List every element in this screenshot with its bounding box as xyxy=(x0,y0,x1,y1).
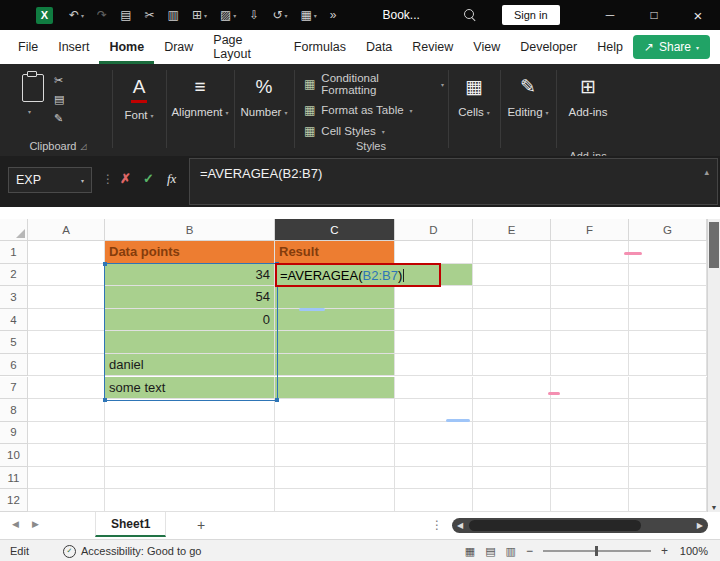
cell-C8[interactable] xyxy=(275,399,395,422)
cell-A1[interactable] xyxy=(28,241,105,264)
cell-G12[interactable] xyxy=(629,489,707,512)
cell-D8[interactable] xyxy=(395,399,473,422)
menu-tab-developer[interactable]: Developer xyxy=(510,30,587,64)
cell-F3[interactable] xyxy=(551,286,629,309)
cut-icon[interactable]: ✂ xyxy=(144,8,154,22)
sheet-nav-left-icon[interactable]: ◀ xyxy=(12,519,19,529)
cell-G4[interactable] xyxy=(629,309,707,332)
cell-E10[interactable] xyxy=(473,444,551,467)
cell-B12[interactable] xyxy=(105,489,275,512)
cell-C11[interactable] xyxy=(275,467,395,490)
menu-tab-draw[interactable]: Draw xyxy=(154,30,203,64)
cell-F2[interactable] xyxy=(551,264,629,287)
row-header-12[interactable]: 12 xyxy=(0,489,28,512)
borders-icon[interactable]: ⊞▾ xyxy=(192,8,207,22)
column-header-G[interactable]: G xyxy=(629,219,707,241)
cell-D10[interactable] xyxy=(395,444,473,467)
menu-tab-data[interactable]: Data xyxy=(356,30,402,64)
row-header-2[interactable]: 2 xyxy=(0,264,28,287)
cell-F8[interactable] xyxy=(551,399,629,422)
column-header-F[interactable]: F xyxy=(551,219,629,241)
cell-G9[interactable] xyxy=(629,422,707,445)
confirm-entry-icon[interactable]: ✓ xyxy=(143,171,154,186)
formula-input[interactable]: =AVERAGEA(B2:B7) ▴ xyxy=(189,158,718,205)
cell-C12[interactable] xyxy=(275,489,395,512)
format-as-table-button[interactable]: ▦Format as Table▾ xyxy=(304,103,444,117)
fill-color-icon[interactable]: ▨▾ xyxy=(220,8,236,22)
cell-E9[interactable] xyxy=(473,422,551,445)
cell-B8[interactable] xyxy=(105,399,275,422)
page-break-view-icon[interactable]: ▥ xyxy=(506,545,516,558)
horizontal-scrollbar[interactable]: ◀ ▶ xyxy=(452,518,708,533)
cell-B11[interactable] xyxy=(105,467,275,490)
cell-A5[interactable] xyxy=(28,331,105,354)
column-header-C[interactable]: C xyxy=(275,219,395,241)
add-sheet-button[interactable]: + xyxy=(192,516,210,534)
cell-F5[interactable] xyxy=(551,331,629,354)
cell-D9[interactable] xyxy=(395,422,473,445)
collapse-formula-bar-icon[interactable]: ▴ xyxy=(704,167,709,177)
conditional-formatting-button[interactable]: ▦Conditional Formatting▾ xyxy=(304,72,444,96)
minimize-button[interactable]: ─ xyxy=(588,0,632,30)
undo-icon[interactable]: ↶▾ xyxy=(69,8,84,22)
table-icon[interactable]: ▦▾ xyxy=(300,8,316,22)
cell-E3[interactable] xyxy=(473,286,551,309)
sheet-nav-right-icon[interactable]: ▶ xyxy=(32,519,39,529)
menu-tab-home[interactable]: Home xyxy=(99,30,154,64)
paste-icon[interactable]: ▥ xyxy=(168,8,179,22)
cell-A3[interactable] xyxy=(28,286,105,309)
cell-D11[interactable] xyxy=(395,467,473,490)
row-header-6[interactable]: 6 xyxy=(0,354,28,377)
cell-E11[interactable] xyxy=(473,467,551,490)
cell-C9[interactable] xyxy=(275,422,395,445)
cell-A6[interactable] xyxy=(28,354,105,377)
vertical-scrollbar[interactable]: ▼ xyxy=(707,219,720,512)
scroll-right-icon[interactable]: ▶ xyxy=(697,521,703,530)
horizontal-scrollbar-thumb[interactable] xyxy=(469,520,641,531)
more-commands-icon[interactable]: » xyxy=(330,8,337,22)
cell-B4[interactable]: 0 xyxy=(105,309,275,332)
cell-D1[interactable] xyxy=(395,241,473,264)
cell-F1[interactable] xyxy=(551,241,629,264)
zoom-out-button[interactable]: − xyxy=(526,544,533,558)
cell-A11[interactable] xyxy=(28,467,105,490)
cell-G6[interactable] xyxy=(629,354,707,377)
cell-F4[interactable] xyxy=(551,309,629,332)
menu-tab-formulas[interactable]: Formulas xyxy=(284,30,356,64)
row-header-10[interactable]: 10 xyxy=(0,444,28,467)
cell-E5[interactable] xyxy=(473,331,551,354)
cell-F10[interactable] xyxy=(551,444,629,467)
cell-F9[interactable] xyxy=(551,422,629,445)
name-box[interactable]: EXP ▾ xyxy=(8,167,92,193)
sheet-tab-sheet1[interactable]: Sheet1 xyxy=(95,512,166,537)
cell-B5[interactable] xyxy=(105,331,275,354)
row-header-9[interactable]: 9 xyxy=(0,422,28,445)
cell-E4[interactable] xyxy=(473,309,551,332)
rotate-icon[interactable]: ↺▾ xyxy=(272,8,287,22)
cell-F6[interactable] xyxy=(551,354,629,377)
dialog-launcher-icon[interactable]: ◿ xyxy=(80,142,86,151)
cell-E1[interactable] xyxy=(473,241,551,264)
column-header-B[interactable]: B xyxy=(105,219,275,241)
cell-D3[interactable] xyxy=(395,286,473,309)
cell-E8[interactable] xyxy=(473,399,551,422)
cell-D7[interactable] xyxy=(395,377,473,400)
cell-G8[interactable] xyxy=(629,399,707,422)
row-header-5[interactable]: 5 xyxy=(0,331,28,354)
copy-icon[interactable]: ▤ xyxy=(54,93,64,106)
addins-group[interactable]: ⊞ Add-ins Add-ins xyxy=(560,64,616,166)
cell-styles-button[interactable]: ▦Cell Styles▾ xyxy=(304,124,444,138)
cell-F12[interactable] xyxy=(551,489,629,512)
select-all-button[interactable] xyxy=(0,219,28,241)
insert-function-icon[interactable]: fx xyxy=(167,171,176,187)
cell-D6[interactable] xyxy=(395,354,473,377)
cell-C6[interactable] xyxy=(275,354,395,377)
accessibility-status[interactable]: ✓ Accessibility: Good to go xyxy=(63,545,201,558)
cells-group-button[interactable]: ▦ Cells▾ xyxy=(452,64,496,166)
number-group-button[interactable]: % Number▾ xyxy=(238,64,290,166)
cell-E12[interactable] xyxy=(473,489,551,512)
cell-B3[interactable]: 54 xyxy=(105,286,275,309)
cell-A2[interactable] xyxy=(28,264,105,287)
close-button[interactable]: × xyxy=(676,0,720,30)
menu-tab-file[interactable]: File xyxy=(8,30,48,64)
